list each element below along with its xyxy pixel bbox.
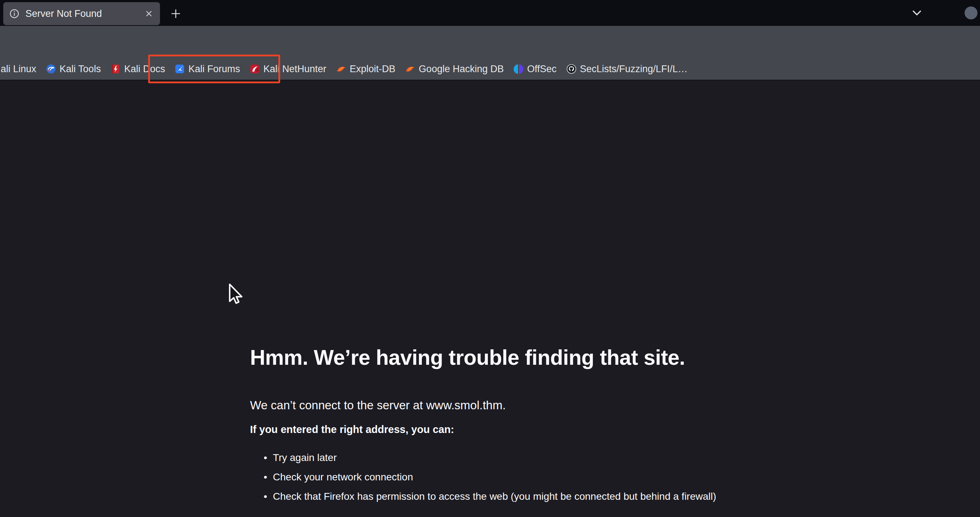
suggestion-item: Check your network connection [264, 468, 716, 487]
bookmark-kali-forums[interactable]: Kali Forums [175, 64, 240, 75]
bookmark-kali-linux[interactable]: ali Linux [1, 64, 36, 75]
kali-nethunter-icon [250, 64, 260, 74]
error-subheading: If you entered the right address, you ca… [250, 424, 454, 436]
chevron-down-icon [910, 6, 924, 20]
info-icon [9, 8, 20, 19]
kali-tools-icon [46, 64, 56, 74]
overlay-circle [964, 6, 977, 19]
suggestion-item: Try again later [264, 448, 716, 468]
error-description: We can’t connect to the server at www.sm… [250, 399, 506, 412]
new-tab-button[interactable] [168, 6, 184, 22]
bookmark-offsec[interactable]: OffSec [513, 64, 556, 75]
offsec-icon [513, 64, 523, 74]
error-page: Hmm. We’re having trouble finding that s… [0, 80, 980, 517]
bookmarks-toolbar: ali Linux Kali Tools Kali Docs [0, 58, 980, 80]
kali-forums-icon [175, 64, 185, 74]
plus-icon [169, 7, 183, 21]
suggestion-item: Check that Firefox has permission to acc… [264, 487, 716, 506]
tab-bar: Server Not Found [0, 0, 980, 26]
mouse-cursor [225, 282, 248, 306]
kali-docs-icon [110, 64, 121, 74]
close-tab-icon[interactable] [143, 8, 154, 19]
tab-server-not-found[interactable]: Server Not Found [3, 2, 160, 25]
bookmark-exploit-db[interactable]: Exploit-DB [336, 64, 396, 75]
github-icon [566, 64, 576, 74]
suggestion-list: Try again later Check your network conne… [264, 448, 716, 506]
google-hacking-db-bird-icon [405, 64, 415, 74]
bookmark-google-hacking-db[interactable]: Google Hacking DB [405, 64, 504, 75]
exploit-db-bird-icon [336, 64, 346, 74]
list-all-tabs-button[interactable] [909, 5, 925, 21]
bookmark-kali-nethunter[interactable]: Kali NetHunter [250, 64, 326, 75]
bookmark-kali-docs[interactable]: Kali Docs [110, 64, 165, 75]
firefox-window: Server Not Found [0, 0, 980, 517]
tab-title: Server Not Found [25, 8, 143, 19]
bookmark-kali-tools[interactable]: Kali Tools [46, 64, 101, 75]
error-title: Hmm. We’re having trouble finding that s… [250, 345, 685, 370]
bookmark-seclists[interactable]: SecLists/Fuzzing/LFI/L… [566, 64, 688, 75]
navigation-toolbar: www.smol.thm [0, 26, 980, 58]
